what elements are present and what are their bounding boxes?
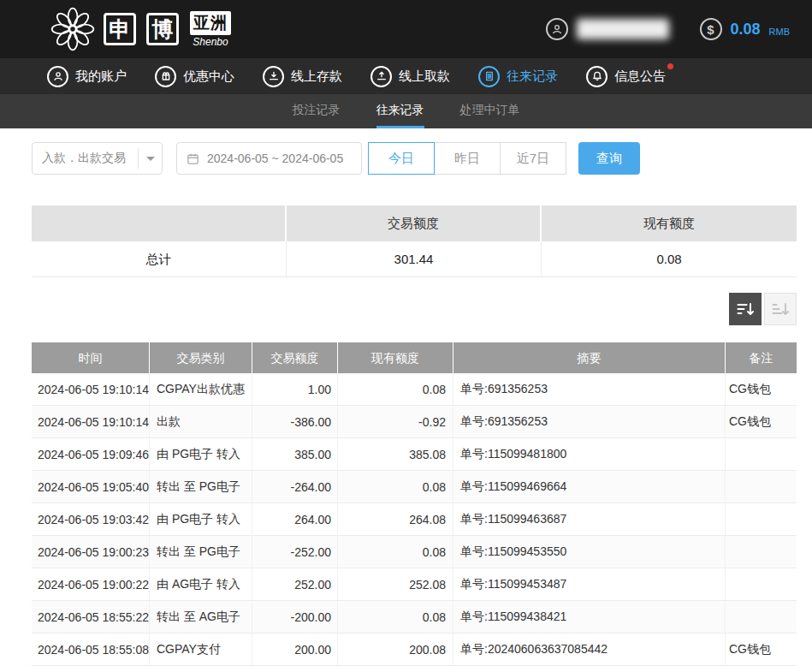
user-icon xyxy=(47,66,68,87)
header-balance: 现有额度 xyxy=(338,342,453,373)
nav-label: 线上存款 xyxy=(291,68,342,85)
summary-total-row: 总计 301.44 0.08 xyxy=(32,241,797,277)
user-avatar-icon[interactable] xyxy=(546,18,568,40)
sort-descending-button[interactable] xyxy=(729,293,762,325)
cell-amount: 252.00 xyxy=(252,568,338,600)
cell-time: 2024-06-05 19:09:46 xyxy=(32,438,150,470)
cell-type: CGPAY支付 xyxy=(150,633,252,665)
cell-type: CGPAY出款优惠 xyxy=(150,373,252,405)
summary-header-balance: 现有额度 xyxy=(542,205,797,241)
cell-amount: -200.00 xyxy=(252,601,338,633)
query-button[interactable]: 查询 xyxy=(578,142,640,175)
cell-amount: -386.00 xyxy=(252,406,338,437)
tab-betting-records[interactable]: 投注记录 xyxy=(293,94,341,128)
censored-username xyxy=(577,19,669,39)
nav-item-transaction-records[interactable]: 往来记录 xyxy=(478,66,558,87)
cell-balance: 0.08 xyxy=(338,536,453,568)
top-bar: 申 博 亚洲 Shenbo $ 0.08 RMB xyxy=(0,0,812,58)
sort-toolbar xyxy=(32,293,797,325)
filter-bar: 入款．出款交易 2024-06-05 ~ 2024-06-05 今日 昨日 近7… xyxy=(32,142,812,175)
cell-amount: 264.00 xyxy=(252,503,338,535)
header-type: 交易类别 xyxy=(150,342,252,373)
table-row: 2024-06-05 19:10:14 出款 -386.00 -0.92 单号:… xyxy=(32,406,797,438)
balance-currency: RMB xyxy=(769,27,790,37)
cell-time: 2024-06-05 19:00:23 xyxy=(32,536,150,568)
transactions-table: 时间 交易类别 交易额度 现有额度 摘要 备注 2024-06-05 19:10… xyxy=(32,342,797,666)
cell-time: 2024-06-05 18:55:08 xyxy=(32,633,150,665)
withdraw-icon xyxy=(370,66,392,87)
cell-time: 2024-06-05 18:55:22 xyxy=(32,601,150,633)
cell-note xyxy=(726,503,797,535)
logo-char-bo: 博 xyxy=(146,13,179,45)
nav-label: 我的账户 xyxy=(75,68,127,85)
date-range-input[interactable]: 2024-06-05 ~ 2024-06-05 xyxy=(176,142,362,175)
nav-item-withdraw[interactable]: 线上取款 xyxy=(370,66,450,87)
gift-icon xyxy=(155,66,176,87)
cell-time: 2024-06-05 19:05:40 xyxy=(32,471,150,502)
wallet-dollar-icon[interactable]: $ xyxy=(700,18,722,40)
transaction-type-select[interactable]: 入款．出款交易 xyxy=(32,142,163,175)
nav-label: 线上取款 xyxy=(399,68,450,85)
cell-note xyxy=(726,536,797,568)
nav-item-deposit[interactable]: 线上存款 xyxy=(263,66,342,87)
cell-summary: 单号:115099438421 xyxy=(453,601,726,633)
cell-time: 2024-06-05 19:00:22 xyxy=(32,568,150,600)
summary-header-blank xyxy=(32,205,287,241)
cell-amount: -252.00 xyxy=(252,536,338,568)
table-row: 2024-06-05 19:00:23 转出 至 PG电子 -252.00 0.… xyxy=(32,536,797,568)
tab-processing-orders[interactable]: 处理中订单 xyxy=(460,94,520,128)
summary-balance-total: 0.08 xyxy=(542,241,797,277)
cell-summary: 单号:691356253 xyxy=(453,406,726,437)
cell-time: 2024-06-05 19:10:14 xyxy=(32,373,150,405)
table-row: 2024-06-05 19:03:42 由 PG电子 转入 264.00 264… xyxy=(32,503,797,536)
sort-ascending-button[interactable] xyxy=(764,293,797,325)
logo-char-shen: 申 xyxy=(104,13,136,45)
nav-label: 信息公告 xyxy=(614,68,666,85)
records-icon xyxy=(478,66,500,87)
header-time: 时间 xyxy=(32,342,150,373)
cell-type: 由 PG电子 转入 xyxy=(150,438,252,470)
cell-balance: 0.08 xyxy=(338,471,453,502)
transactions-table-body: 2024-06-05 19:10:14 CGPAY出款优惠 1.00 0.08 … xyxy=(32,373,797,666)
lotus-logo-icon xyxy=(50,6,96,52)
chevron-down-icon xyxy=(138,148,162,169)
tab-transaction-records[interactable]: 往来记录 xyxy=(376,94,424,128)
cell-type: 由 PG电子 转入 xyxy=(150,503,252,535)
yesterday-button[interactable]: 昨日 xyxy=(434,142,501,175)
summary-total-label: 总计 xyxy=(32,241,287,277)
summary-transaction-total: 301.44 xyxy=(287,241,542,277)
site-logo[interactable]: 申 博 亚洲 Shenbo xyxy=(50,6,231,52)
nav-item-promotions[interactable]: 优惠中心 xyxy=(155,66,234,87)
cell-summary: 单号:202406063637085442 xyxy=(453,633,726,665)
nav-label: 往来记录 xyxy=(507,68,558,85)
header-note: 备注 xyxy=(726,342,797,373)
table-row: 2024-06-05 18:55:22 转出 至 AG电子 -200.00 0.… xyxy=(32,601,797,633)
table-row: 2024-06-05 19:10:14 CGPAY出款优惠 1.00 0.08 … xyxy=(32,373,797,406)
summary-header-row: 交易额度 现有额度 xyxy=(32,205,797,241)
logo-subtitle: Shenbo xyxy=(193,36,228,48)
quick-date-buttons: 今日 昨日 近7日 xyxy=(369,142,566,175)
cell-time: 2024-06-05 19:10:14 xyxy=(32,406,150,437)
nav-item-my-account[interactable]: 我的账户 xyxy=(47,66,127,87)
summary-header-transaction: 交易额度 xyxy=(287,205,542,241)
header-summary: 摘要 xyxy=(453,342,726,373)
account-area: $ 0.08 RMB xyxy=(546,18,791,40)
cell-summary: 单号:115099469664 xyxy=(453,471,726,502)
cell-summary: 单号:691356253 xyxy=(453,373,726,405)
select-value: 入款．出款交易 xyxy=(33,151,138,166)
calendar-icon xyxy=(186,152,200,166)
notification-badge xyxy=(667,63,673,69)
cell-note: CG钱包 xyxy=(726,406,797,437)
cell-summary: 单号:115099453487 xyxy=(453,568,726,600)
today-button[interactable]: 今日 xyxy=(368,142,435,175)
cell-summary: 单号:115099463687 xyxy=(453,503,726,535)
cell-note xyxy=(726,471,797,502)
nav-item-announcements[interactable]: 信息公告 xyxy=(586,66,666,87)
cell-note: CG钱包 xyxy=(726,373,797,405)
balance-amount: 0.08 xyxy=(731,21,761,39)
table-row: 2024-06-05 18:55:08 CGPAY支付 200.00 200.0… xyxy=(32,633,797,666)
last7days-button[interactable]: 近7日 xyxy=(500,142,566,175)
cell-summary: 单号:115099453550 xyxy=(453,536,726,568)
cell-balance: 252.08 xyxy=(338,568,453,600)
cell-balance: 385.08 xyxy=(338,438,453,470)
